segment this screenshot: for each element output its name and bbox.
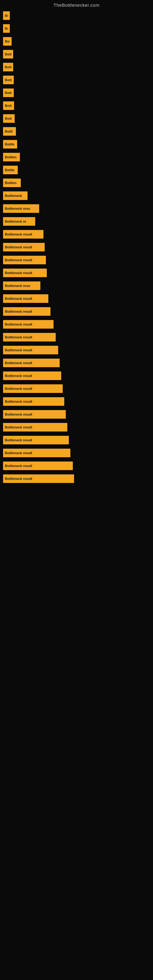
bar-row: Bottleneck result xyxy=(0,318,153,331)
result-bar: Bottleneck result xyxy=(3,449,70,457)
result-bar: Bottleneck xyxy=(3,191,27,200)
result-bar: Bo xyxy=(3,11,10,20)
bar-label: Bo xyxy=(5,14,8,18)
bar-row: Bottleneck result xyxy=(0,370,153,382)
result-bar: Bott xyxy=(3,114,15,123)
bar-row: Bott xyxy=(0,61,153,73)
bar-label: Bott xyxy=(5,65,11,69)
result-bar: Bottleneck resu xyxy=(3,204,39,213)
bar-label: Bottleneck result xyxy=(5,232,32,236)
bar-row: Bottleneck resu xyxy=(0,202,153,215)
bar-row: Bottleneck result xyxy=(0,460,153,472)
bar-row: Bottleneck re xyxy=(0,215,153,228)
result-bar: Bottlen xyxy=(3,153,20,161)
result-bar: Bottleneck result xyxy=(3,410,66,418)
bar-row: Bottleneck result xyxy=(0,331,153,343)
bar-row: Bottleneck result xyxy=(0,473,153,485)
bar-row: Bottleneck result xyxy=(0,434,153,446)
bar-row: Bott xyxy=(0,48,153,60)
bar-label: Bottl xyxy=(5,130,13,133)
bar-label: Bottleneck result xyxy=(5,464,32,468)
bar-label: Bottleneck result xyxy=(5,438,32,442)
result-bar: Bottleneck result xyxy=(3,294,48,303)
result-bar: Bottleneck result xyxy=(3,269,47,277)
bar-label: Bottleneck result xyxy=(5,310,32,313)
bar-label: Bottleneck result xyxy=(5,374,32,378)
result-bar: Bott xyxy=(3,63,13,72)
result-bar: Bott xyxy=(3,89,14,97)
result-bar: Bottleneck result xyxy=(3,436,69,444)
result-bar: Bott xyxy=(3,76,14,84)
result-bar: Bottleneck result xyxy=(3,243,45,251)
bar-label: Bottleneck result xyxy=(5,400,32,403)
result-bar: Bottleneck result xyxy=(3,423,67,431)
bar-label: Bott xyxy=(5,52,11,56)
bar-row: Bottleneck result xyxy=(0,267,153,279)
bar-row: Bottlen xyxy=(0,177,153,189)
bar-row: Bottle xyxy=(0,164,153,176)
bar-label: Bottleneck result xyxy=(5,297,32,301)
bar-label: Bottleneck resu xyxy=(5,284,30,288)
bar-label: Bottleneck resu xyxy=(5,207,30,210)
bar-label: Bottleneck result xyxy=(5,361,32,365)
result-bar: Bottleneck result xyxy=(3,371,61,380)
result-bar: Bottleneck result xyxy=(3,397,64,406)
result-bar: Bottleneck result xyxy=(3,333,56,342)
bar-row: Bottleneck result xyxy=(0,344,153,356)
bar-label: Bottleneck result xyxy=(5,387,32,390)
result-bar: Bottle xyxy=(3,166,18,174)
bar-row: Bottlen xyxy=(0,151,153,163)
bar-row: Bottleneck result xyxy=(0,293,153,305)
bar-label: Bo xyxy=(5,27,8,30)
result-bar: Bottleneck result xyxy=(3,384,63,393)
bar-row: Bottleneck result xyxy=(0,305,153,318)
bar-label: Bottleneck re xyxy=(5,220,26,223)
bar-label: Bottleneck result xyxy=(5,258,32,262)
bar-row: Bottleneck result xyxy=(0,382,153,395)
result-bar: Bottleneck result xyxy=(3,461,73,470)
bar-row: Bottleneck result xyxy=(0,357,153,369)
bar-row: Bottleneck result xyxy=(0,421,153,433)
bar-label: Bottleneck result xyxy=(5,245,32,249)
bar-label: Bott xyxy=(5,78,12,82)
bar-label: Bottleneck xyxy=(5,194,22,197)
bar-row: Bottle xyxy=(0,138,153,150)
bar-label: Bottleneck result xyxy=(5,271,32,275)
result-bar: Bottleneck result xyxy=(3,230,43,239)
bar-label: Bott xyxy=(5,117,12,120)
result-bar: Bottleneck result xyxy=(3,320,54,329)
result-bar: Bottleneck result xyxy=(3,474,74,483)
bar-row: Bottleneck resu xyxy=(0,280,153,292)
result-bar: Bottleneck result xyxy=(3,256,46,264)
bar-row: Bott xyxy=(0,112,153,125)
bar-label: Bottleneck result xyxy=(5,335,32,339)
bar-label: Bott xyxy=(5,91,12,95)
bar-label: Bottlen xyxy=(5,181,16,185)
bar-label: Bottleneck result xyxy=(5,348,32,352)
site-title: TheBottlenecker.com xyxy=(0,0,153,9)
bar-row: Bo xyxy=(0,22,153,35)
bar-label: Bot xyxy=(5,40,10,43)
bar-row: Bottleneck result xyxy=(0,254,153,266)
bar-row: Bot xyxy=(0,35,153,48)
bar-label: Bott xyxy=(5,104,12,108)
bar-label: Bottleneck result xyxy=(5,425,32,429)
bar-label: Bottleneck result xyxy=(5,323,32,326)
result-bar: Bott xyxy=(3,101,14,110)
bar-label: Bottle xyxy=(5,142,14,146)
bar-row: Bott xyxy=(0,100,153,112)
bar-row: Bo xyxy=(0,10,153,22)
bar-row: Bottleneck result xyxy=(0,395,153,407)
result-bar: Bottle xyxy=(3,140,17,148)
result-bar: Bottl xyxy=(3,127,16,136)
bar-label: Bottleneck result xyxy=(5,412,32,416)
bar-label: Bottlen xyxy=(5,155,16,159)
result-bar: Bo xyxy=(3,24,10,33)
result-bar: Bottlen xyxy=(3,178,21,187)
bar-row: Bottleneck result xyxy=(0,408,153,420)
bar-row: Bottleneck result xyxy=(0,241,153,253)
bar-label: Bottle xyxy=(5,168,14,172)
bar-label: Bottleneck result xyxy=(5,451,32,455)
bar-row: Bottleneck result xyxy=(0,447,153,459)
result-bar: Bottleneck result xyxy=(3,359,60,367)
